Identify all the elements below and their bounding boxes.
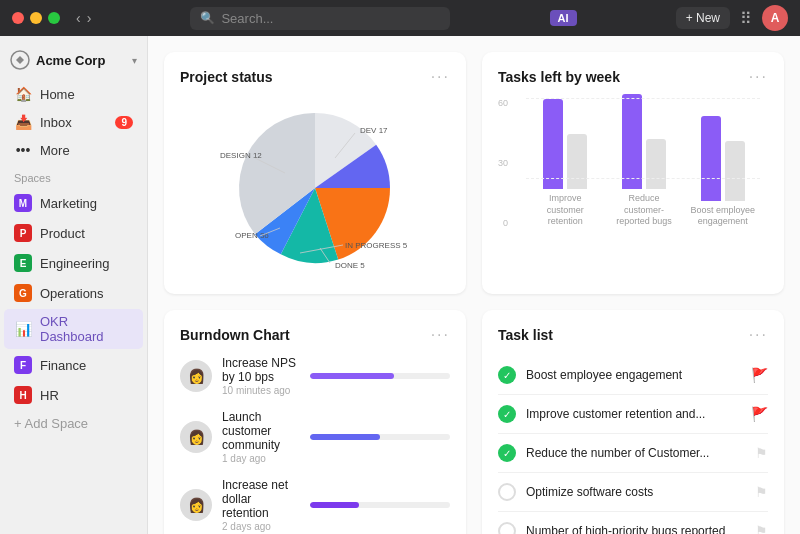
project-status-header: Project status ··· <box>180 68 450 86</box>
burndown-avatar-0: 👩 <box>180 360 212 392</box>
home-label: Home <box>40 87 133 102</box>
titlebar: ‹ › 🔍 AI + New ⠿ A <box>0 0 800 36</box>
bars-container: Improve customer retention Reduce custom… <box>528 98 760 228</box>
new-button[interactable]: + New <box>676 7 730 29</box>
y-label-30: 30 <box>498 158 508 168</box>
bar-group-1: Reduce customer-reported bugs <box>607 69 682 228</box>
bar-purple-1 <box>622 94 642 189</box>
task-flag-1: 🚩 <box>751 406 768 422</box>
sidebar-item-inbox[interactable]: 📥 Inbox 9 <box>4 109 143 135</box>
bar-group-2: Boost employee engagement <box>685 81 760 228</box>
y-axis: 60 30 0 <box>498 98 512 228</box>
bar-label-1: Reduce customer-reported bugs <box>609 193 679 228</box>
burndown-menu[interactable]: ··· <box>431 326 450 344</box>
bar-gray-2 <box>725 141 745 201</box>
burndown-bar-container-1 <box>310 434 450 440</box>
engineering-label: Engineering <box>40 256 133 271</box>
minimize-dot[interactable] <box>30 12 42 24</box>
burndown-bar-container-0 <box>310 373 450 379</box>
task-list-menu[interactable]: ··· <box>749 326 768 344</box>
operations-icon: G <box>14 284 32 302</box>
finance-label: Finance <box>40 358 133 373</box>
task-check-2[interactable] <box>498 444 516 462</box>
back-button[interactable]: ‹ <box>76 10 81 26</box>
y-label-60: 60 <box>498 98 508 108</box>
task-name-1: Improve customer retention and... <box>526 407 741 421</box>
forward-button[interactable]: › <box>87 10 92 26</box>
burndown-time-0: 10 minutes ago <box>222 385 300 396</box>
spaces-nav: M Marketing P Product E Engineering G Op… <box>0 188 147 410</box>
project-status-title: Project status <box>180 69 431 85</box>
sidebar-item-finance[interactable]: F Finance <box>4 351 143 379</box>
okr-label: OKR Dashboard <box>40 314 133 344</box>
close-dot[interactable] <box>12 12 24 24</box>
sidebar-item-product[interactable]: P Product <box>4 219 143 247</box>
grid-icon[interactable]: ⠿ <box>740 9 752 28</box>
task-check-4[interactable] <box>498 522 516 534</box>
sidebar-item-engineering[interactable]: E Engineering <box>4 249 143 277</box>
h-line-mid <box>526 178 760 179</box>
bar-chart-container: 60 30 0 Improve cus <box>498 98 768 258</box>
search-icon: 🔍 <box>200 11 215 25</box>
main-layout: Acme Corp ▾ 🏠 Home 📥 Inbox 9 ••• More Sp… <box>0 36 800 534</box>
search-bar[interactable]: 🔍 <box>190 7 450 30</box>
top-grid: Project status ··· <box>164 52 784 294</box>
spaces-label: Spaces <box>0 164 147 188</box>
burndown-time-1: 1 day ago <box>222 453 300 464</box>
burndown-info-0: Increase NPS by 10 bps 10 minutes ago <box>222 356 300 396</box>
task-flag-3: ⚑ <box>755 484 768 500</box>
bar-gray-0 <box>567 134 587 189</box>
inbox-icon: 📥 <box>14 114 32 130</box>
task-item-4: Number of high-priority bugs reported ⚑ <box>498 512 768 534</box>
burndown-title: Burndown Chart <box>180 327 431 343</box>
burndown-info-1: Launch customer community 1 day ago <box>222 410 300 464</box>
burndown-bar-container-2 <box>310 502 450 508</box>
burndown-info-2: Increase net dollar retention 2 days ago <box>222 478 300 532</box>
okr-icon: 📊 <box>14 321 32 337</box>
burndown-bar-fill-1 <box>310 434 380 440</box>
hr-label: HR <box>40 388 133 403</box>
add-space-button[interactable]: + Add Space <box>4 411 143 436</box>
marketing-label: Marketing <box>40 196 133 211</box>
search-input[interactable] <box>221 11 440 26</box>
open-label: OPEN 36 <box>235 231 269 240</box>
titlebar-right: + New ⠿ A <box>676 5 788 31</box>
burndown-card: Burndown Chart ··· 👩 Increase NPS by 10 … <box>164 310 466 534</box>
bar-label-2: Boost employee engagement <box>688 205 758 228</box>
sidebar-item-operations[interactable]: G Operations <box>4 279 143 307</box>
bar-group-0: Improve customer retention <box>528 69 603 228</box>
avatar[interactable]: A <box>762 5 788 31</box>
inprogress-label: IN PROGRESS 5 <box>345 241 408 250</box>
sidebar-item-home[interactable]: 🏠 Home <box>4 81 143 107</box>
chevron-down-icon: ▾ <box>132 55 137 66</box>
project-status-menu[interactable]: ··· <box>431 68 450 86</box>
burndown-bar-fill-2 <box>310 502 359 508</box>
workspace-logo <box>10 50 30 70</box>
burndown-name-2: Increase net dollar retention <box>222 478 300 520</box>
task-check-0[interactable] <box>498 366 516 384</box>
pie-chart-container: DEV 17 DESIGN 12 OPEN 36 DONE 5 IN PROGR… <box>180 98 450 278</box>
task-list-card: Task list ··· Boost employee engagement … <box>482 310 784 534</box>
sidebar: Acme Corp ▾ 🏠 Home 📥 Inbox 9 ••• More Sp… <box>0 36 148 534</box>
task-list: Boost employee engagement 🚩 Improve cust… <box>498 356 768 534</box>
content-area: Project status ··· <box>148 36 800 534</box>
marketing-icon: M <box>14 194 32 212</box>
task-name-2: Reduce the number of Customer... <box>526 446 745 460</box>
pie-chart: DEV 17 DESIGN 12 OPEN 36 DONE 5 IN PROGR… <box>205 98 425 278</box>
maximize-dot[interactable] <box>48 12 60 24</box>
burndown-name-1: Launch customer community <box>222 410 300 452</box>
ai-badge[interactable]: AI <box>550 10 577 26</box>
workspace-header[interactable]: Acme Corp ▾ <box>0 44 147 80</box>
bars-1 <box>622 69 666 189</box>
task-check-3[interactable] <box>498 483 516 501</box>
burndown-name-0: Increase NPS by 10 bps <box>222 356 300 384</box>
sidebar-item-okr-dashboard[interactable]: 📊 OKR Dashboard <box>4 309 143 349</box>
task-check-1[interactable] <box>498 405 516 423</box>
sidebar-item-more[interactable]: ••• More <box>4 137 143 163</box>
sidebar-item-marketing[interactable]: M Marketing <box>4 189 143 217</box>
burndown-avatar-1: 👩 <box>180 421 212 453</box>
sidebar-item-hr[interactable]: H HR <box>4 381 143 409</box>
sidebar-nav: 🏠 Home 📥 Inbox 9 ••• More <box>0 80 147 164</box>
product-icon: P <box>14 224 32 242</box>
task-name-0: Boost employee engagement <box>526 368 741 382</box>
